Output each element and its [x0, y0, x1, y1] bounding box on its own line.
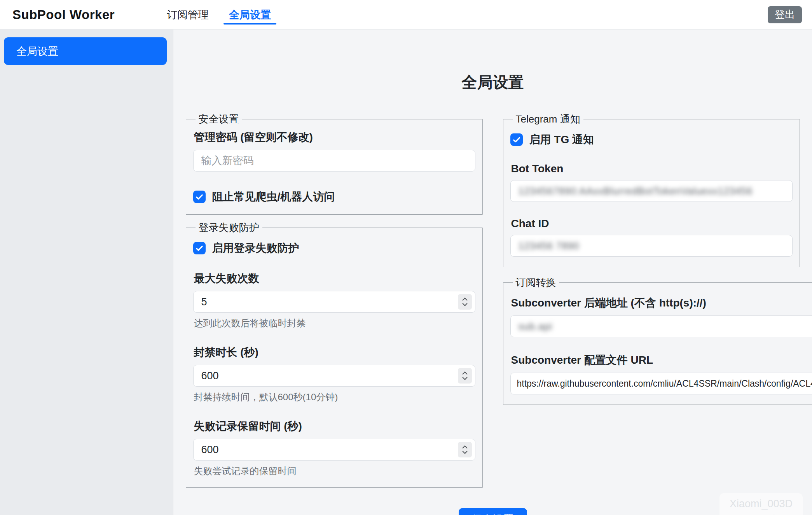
tab-global-settings[interactable]: 全局设置	[224, 0, 276, 29]
block-bots-row: 阻止常见爬虫/机器人访问	[193, 189, 475, 204]
bot-token-masked-value: 1234567890:AAxxBlurredBotTokenValuexx123…	[519, 186, 753, 197]
bot-token-label: Bot Token	[511, 163, 792, 175]
max-fail-input[interactable]: 5	[193, 291, 475, 313]
block-bots-label[interactable]: 阻止常见爬虫/机器人访问	[212, 189, 335, 204]
admin-password-input[interactable]: 输入新密码	[193, 150, 475, 172]
login-protect-legend: 登录失败防护	[196, 221, 262, 235]
check-icon	[513, 137, 520, 143]
sidebar-item-global-settings[interactable]: 全局设置	[4, 37, 167, 65]
enable-tg-label[interactable]: 启用 TG 通知	[529, 132, 594, 147]
subconverter-config-url-input[interactable]: https://raw.githubusercontent.com/cmliu/…	[510, 373, 812, 394]
admin-password-label: 管理密码 (留空则不修改)	[194, 130, 475, 145]
chat-id-label: Chat ID	[511, 217, 792, 230]
telegram-section: Telegram 通知 启用 TG 通知 Bot Token 123456789…	[503, 112, 800, 267]
ban-duration-label: 封禁时长 (秒)	[194, 345, 475, 360]
subconverter-config-url-value: https://raw.githubusercontent.com/cmliu/…	[517, 378, 812, 389]
save-row: 保存设置	[186, 508, 800, 515]
check-icon	[196, 194, 203, 200]
chevron-down-icon	[462, 377, 468, 380]
security-legend: 安全设置	[196, 112, 242, 126]
record-keep-value: 600	[201, 444, 219, 456]
enable-tg-checkbox[interactable]	[510, 133, 523, 146]
record-keep-label: 失败记录保留时间 (秒)	[194, 419, 475, 434]
topbar: SubPool Worker 订阅管理 全局设置 登出	[0, 0, 812, 30]
chevron-up-icon	[462, 298, 468, 301]
main-content: 全局设置 安全设置 管理密码 (留空则不修改) 输入新密码	[173, 30, 812, 515]
ban-duration-input[interactable]: 600	[193, 365, 475, 387]
chat-id-input[interactable]: 123456 7890	[510, 235, 793, 257]
logout-button[interactable]: 登出	[768, 6, 802, 23]
max-fail-helper: 达到此次数后将被临时封禁	[194, 317, 475, 329]
subconvert-legend: 订阅转换	[513, 276, 559, 289]
subconverter-backend-label: Subconverter 后端地址 (不含 http(s)://)	[511, 296, 812, 310]
save-settings-button[interactable]: 保存设置	[459, 508, 527, 515]
enable-login-protect-row: 启用登录失败防护	[193, 241, 475, 256]
max-fail-value: 5	[201, 296, 207, 308]
check-icon	[196, 245, 203, 251]
app-title: SubPool Worker	[12, 7, 115, 22]
chevron-down-icon	[462, 451, 468, 454]
subconverter-backend-input[interactable]: sub.api	[510, 315, 812, 337]
telegram-legend: Telegram 通知	[513, 112, 583, 126]
chevron-down-icon	[462, 303, 468, 306]
chat-id-masked-value: 123456 7890	[519, 240, 580, 252]
chevron-up-icon	[462, 371, 468, 375]
main-nav: 订阅管理 全局设置	[157, 0, 281, 29]
subconverter-config-url-label: Subconverter 配置文件 URL	[511, 353, 812, 368]
enable-login-protect-label[interactable]: 启用登录失败防护	[212, 241, 299, 256]
max-fail-label: 最大失败次数	[194, 271, 475, 286]
enable-login-protect-checkbox[interactable]	[193, 242, 206, 254]
subconvert-section: 订阅转换 Subconverter 后端地址 (不含 http(s)://) s…	[503, 276, 812, 405]
admin-password-placeholder: 输入新密码	[201, 154, 254, 168]
bot-token-input[interactable]: 1234567890:AAxxBlurredBotTokenValuexx123…	[510, 180, 793, 202]
enable-tg-row: 启用 TG 通知	[510, 132, 793, 147]
left-column: 安全设置 管理密码 (留空则不修改) 输入新密码 阻止常见爬虫/机器人访问	[186, 112, 483, 488]
right-column: Telegram 通知 启用 TG 通知 Bot Token 123456789…	[503, 112, 800, 405]
page-title: 全局设置	[173, 72, 812, 93]
tab-label: 全局设置	[229, 8, 271, 22]
tab-subscription-management[interactable]: 订阅管理	[161, 0, 214, 29]
block-bots-checkbox[interactable]	[193, 191, 206, 203]
subconverter-backend-masked-value: sub.api	[519, 321, 553, 332]
ban-duration-helper: 封禁持续时间，默认600秒(10分钟)	[194, 391, 475, 403]
record-keep-input[interactable]: 600	[193, 439, 475, 461]
sidebar: 全局设置	[0, 30, 173, 515]
ban-duration-value: 600	[201, 370, 219, 382]
chevron-up-icon	[462, 445, 468, 448]
number-stepper[interactable]	[458, 294, 472, 310]
number-stepper[interactable]	[458, 368, 472, 384]
settings-form: 安全设置 管理密码 (留空则不修改) 输入新密码 阻止常见爬虫/机器人访问	[186, 112, 800, 488]
security-section: 安全设置 管理密码 (留空则不修改) 输入新密码 阻止常见爬虫/机器人访问	[186, 112, 483, 215]
number-stepper[interactable]	[458, 442, 472, 457]
tab-label: 订阅管理	[167, 8, 209, 22]
sidebar-item-label: 全局设置	[16, 44, 58, 58]
record-keep-helper: 失败尝试记录的保留时间	[194, 465, 475, 477]
login-protect-section: 登录失败防护 启用登录失败防护 最大失败次数 5	[186, 221, 483, 488]
